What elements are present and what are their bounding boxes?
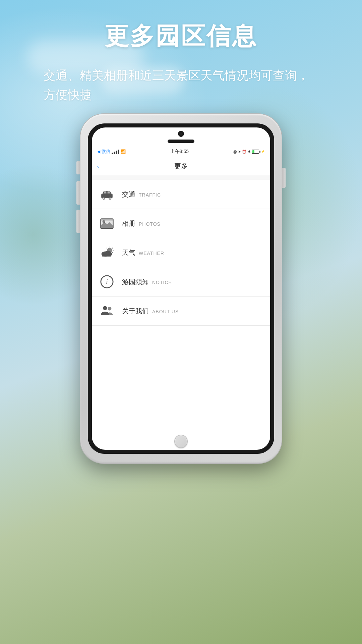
menu-item-notice[interactable]: i 游园须知 NOTICE [92, 267, 270, 297]
phone-bezel: ◀ 微信 📶 上午8:55 @ ➤ ⏰ [88, 123, 274, 454]
page-title: 更多园区信息 [0, 20, 362, 52]
svg-point-10 [103, 220, 105, 223]
svg-point-3 [103, 198, 105, 199]
charging-icon: ⚡ [261, 150, 265, 153]
traffic-icon [99, 186, 115, 203]
side-button-mute [76, 161, 80, 174]
svg-line-15 [112, 253, 113, 253]
top-text-area: 更多园区信息 交通、精美相册和近三天景区天气情况均可查询，方便快捷 [0, 20, 362, 104]
about-chinese: 关于我们 [122, 307, 149, 316]
alarm-icon: ⏰ [242, 150, 247, 154]
bluetooth-icon: ✱ [248, 150, 251, 154]
svg-line-16 [107, 248, 107, 249]
empty-content-area [92, 326, 270, 433]
menu-item-photos[interactable]: 相册 PHOTOS [92, 209, 270, 238]
photos-icon [99, 215, 115, 232]
at-icon: @ [233, 150, 237, 154]
phone-bottom-bar [92, 433, 270, 450]
side-button-volume-up [76, 181, 80, 205]
app-name-label: 微信 [102, 149, 110, 155]
back-button[interactable]: ‹ [97, 164, 99, 169]
signal-bar-1 [112, 153, 113, 154]
earpiece-speaker [168, 140, 194, 143]
front-camera [178, 131, 184, 137]
status-bar: ◀ 微信 📶 上午8:55 @ ➤ ⏰ [92, 146, 270, 158]
svg-rect-20 [102, 255, 111, 257]
svg-point-24 [108, 307, 112, 311]
status-left: ◀ 微信 📶 [97, 149, 126, 155]
traffic-english: TRAFFIC [139, 192, 161, 198]
navigation-bar: ‹ 更多 [92, 158, 270, 175]
notice-text: 游园须知 NOTICE [122, 277, 172, 286]
svg-line-13 [112, 248, 113, 249]
phone-screen: ◀ 微信 📶 上午8:55 @ ➤ ⏰ [92, 146, 270, 433]
weather-text: 天气 WEATHER [122, 248, 164, 257]
signal-strength [112, 149, 119, 154]
location-icon: ➤ [238, 150, 241, 154]
home-button[interactable] [174, 435, 188, 448]
nav-title: 更多 [174, 162, 188, 170]
traffic-text: 交通 TRAFFIC [122, 190, 161, 199]
svg-point-23 [103, 306, 107, 310]
notice-chinese: 游园须知 [122, 277, 149, 286]
about-english: ABOUT US [152, 309, 179, 314]
battery-fill [252, 150, 254, 153]
menu-item-weather[interactable]: 天气 WEATHER [92, 238, 270, 267]
weather-chinese: 天气 [122, 248, 135, 257]
menu-item-traffic[interactable]: 交通 TRAFFIC [92, 180, 270, 209]
about-icon [99, 303, 115, 319]
side-button-power [282, 168, 286, 188]
phone-top-bar [92, 127, 270, 146]
signal-bar-3 [116, 151, 117, 154]
about-text: 关于我们 ABOUT US [122, 307, 179, 316]
status-time: 上午8:55 [170, 149, 189, 155]
side-button-volume-down [76, 210, 80, 233]
signal-bar-2 [114, 152, 115, 154]
phone-mockup: ◀ 微信 📶 上午8:55 @ ➤ ⏰ [80, 114, 282, 463]
svg-text:i: i [106, 278, 108, 286]
traffic-chinese: 交通 [122, 190, 135, 199]
back-chevron-icon: ‹ [97, 164, 99, 169]
notice-english: NOTICE [152, 280, 172, 285]
svg-point-4 [109, 198, 111, 199]
photos-text: 相册 PHOTOS [122, 219, 161, 228]
weather-icon [99, 244, 115, 261]
weather-english: WEATHER [139, 251, 164, 256]
battery-tip [259, 151, 260, 153]
page-subtitle: 交通、精美相册和近三天景区天气情况均可查询，方便快捷 [0, 66, 362, 104]
photos-english: PHOTOS [139, 221, 161, 227]
photos-chinese: 相册 [122, 219, 135, 228]
menu-item-about[interactable]: 关于我们 ABOUT US [92, 297, 270, 326]
battery-indicator: ⚡ [252, 150, 265, 154]
status-right: @ ➤ ⏰ ✱ ⚡ [233, 150, 265, 154]
battery-body [252, 150, 259, 154]
menu-list: 交通 TRAFFIC [92, 180, 270, 433]
svg-rect-5 [104, 192, 107, 194]
wifi-icon: 📶 [120, 149, 126, 154]
phone-outer-shell: ◀ 微信 📶 上午8:55 @ ➤ ⏰ [80, 114, 282, 463]
notice-icon: i [99, 273, 115, 290]
svg-rect-6 [108, 192, 110, 194]
signal-bar-4 [118, 150, 119, 154]
back-arrow-icon: ◀ [97, 149, 100, 154]
